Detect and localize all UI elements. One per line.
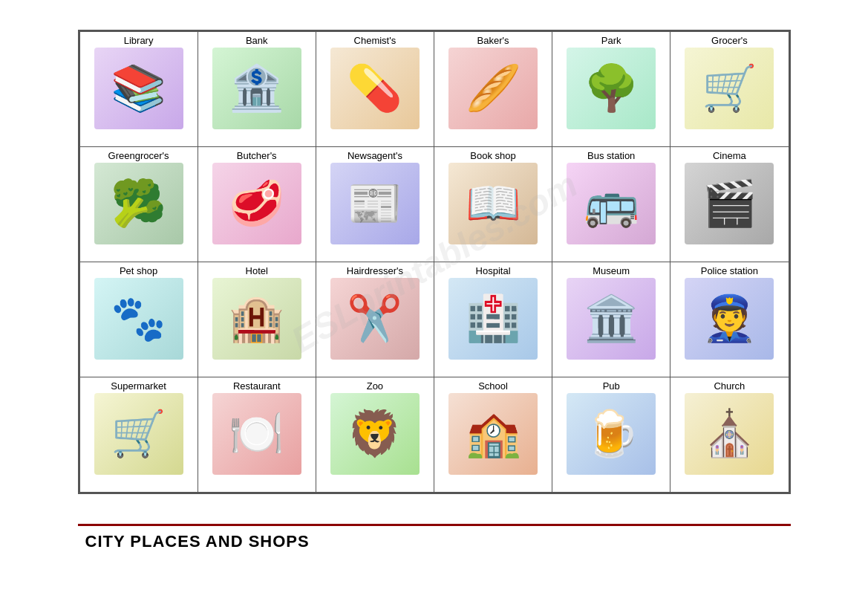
cell-label: Bus station xyxy=(554,150,668,161)
table-cell: Library📚 xyxy=(79,32,198,147)
table-cell: Bus station🚌 xyxy=(552,147,670,262)
table-cell: Grocer's🛒 xyxy=(670,32,789,147)
table-cell: Chemist's💊 xyxy=(316,32,434,147)
cell-image: 🐾 xyxy=(94,278,183,360)
table-cell: Church⛪ xyxy=(670,377,789,493)
table-cell: Museum🏛️ xyxy=(552,262,670,377)
cell-label: Cinema xyxy=(672,150,786,161)
cell-image: 🍺 xyxy=(567,393,656,475)
cell-label: Book shop xyxy=(436,150,550,161)
cell-label: Hotel xyxy=(200,265,314,276)
table-cell: School🏫 xyxy=(434,377,552,493)
cell-label: Newsagent's xyxy=(318,150,432,161)
table-cell: Cinema🎬 xyxy=(670,147,789,262)
table-cell: Hospital🏥 xyxy=(434,262,552,377)
footer-title: City Places and Shops xyxy=(78,532,791,551)
cell-image: 🦁 xyxy=(330,393,420,475)
cell-image: ✂️ xyxy=(330,278,420,360)
cell-image: 🚌 xyxy=(567,163,656,244)
cell-image: 👮 xyxy=(685,278,774,360)
cell-image: 🏦 xyxy=(212,48,301,129)
cell-label: Hairdresser's xyxy=(318,265,432,276)
table-cell: Supermarket🛒 xyxy=(79,377,198,493)
cell-label: Restaurant xyxy=(200,380,314,392)
cell-label: Grocer's xyxy=(672,35,786,46)
cell-label: Zoo xyxy=(318,380,432,392)
cell-image: 🛒 xyxy=(685,48,774,129)
cell-label: Museum xyxy=(554,265,668,276)
cell-image: 📚 xyxy=(94,48,183,129)
cell-label: Pub xyxy=(554,380,668,392)
table-cell: Bank🏦 xyxy=(198,32,316,147)
cell-label: Library xyxy=(82,35,196,46)
cell-image: 📖 xyxy=(448,163,538,244)
cell-image: 🏨 xyxy=(212,278,301,360)
table-cell: Pet shop🐾 xyxy=(79,262,198,377)
cell-label: Supermarket xyxy=(82,380,196,392)
table-cell: Hairdresser's✂️ xyxy=(316,262,434,377)
footer-divider xyxy=(78,524,791,526)
cell-label: Church xyxy=(672,380,786,392)
main-grid: ESLprintables.com Library📚Bank🏦Chemist's… xyxy=(78,30,791,494)
cell-image: 📰 xyxy=(330,163,420,244)
table-cell: Butcher's🥩 xyxy=(198,147,316,262)
cell-image: ⛪ xyxy=(685,393,774,475)
table-cell: Police station👮 xyxy=(670,262,789,377)
cell-label: Hospital xyxy=(436,265,550,276)
cell-label: Police station xyxy=(672,265,786,276)
cell-label: Greengrocer's xyxy=(82,150,196,161)
cell-image: 🏫 xyxy=(448,393,538,475)
cell-label: Park xyxy=(554,35,668,46)
cell-label: Butcher's xyxy=(200,150,314,161)
cell-image: 🥦 xyxy=(94,163,183,244)
cell-image: 🏥 xyxy=(448,278,538,360)
cell-label: Bank xyxy=(200,35,314,46)
table-cell: Zoo🦁 xyxy=(316,377,434,493)
cell-image: 🛒 xyxy=(94,393,183,475)
cell-image: 🏛️ xyxy=(567,278,656,360)
table-cell: Newsagent's📰 xyxy=(316,147,434,262)
cell-image: 🍽️ xyxy=(212,393,301,475)
cell-image: 🥖 xyxy=(448,48,538,129)
cell-label: School xyxy=(436,380,550,392)
places-table: Library📚Bank🏦Chemist's💊Baker's🥖Park🌳Groc… xyxy=(79,31,789,493)
table-cell: Hotel🏨 xyxy=(198,262,316,377)
table-cell: Park🌳 xyxy=(552,32,670,147)
table-cell: Restaurant🍽️ xyxy=(198,377,316,493)
cell-label: Baker's xyxy=(436,35,550,46)
table-cell: Baker's🥖 xyxy=(434,32,552,147)
table-cell: Pub🍺 xyxy=(552,377,670,493)
table-cell: Greengrocer's🥦 xyxy=(79,147,198,262)
cell-image: 🌳 xyxy=(567,48,656,129)
cell-image: 💊 xyxy=(330,48,420,129)
cell-label: Pet shop xyxy=(82,265,196,276)
cell-label: Chemist's xyxy=(318,35,432,46)
cell-image: 🥩 xyxy=(212,163,301,244)
cell-image: 🎬 xyxy=(685,163,774,244)
table-cell: Book shop📖 xyxy=(434,147,552,262)
